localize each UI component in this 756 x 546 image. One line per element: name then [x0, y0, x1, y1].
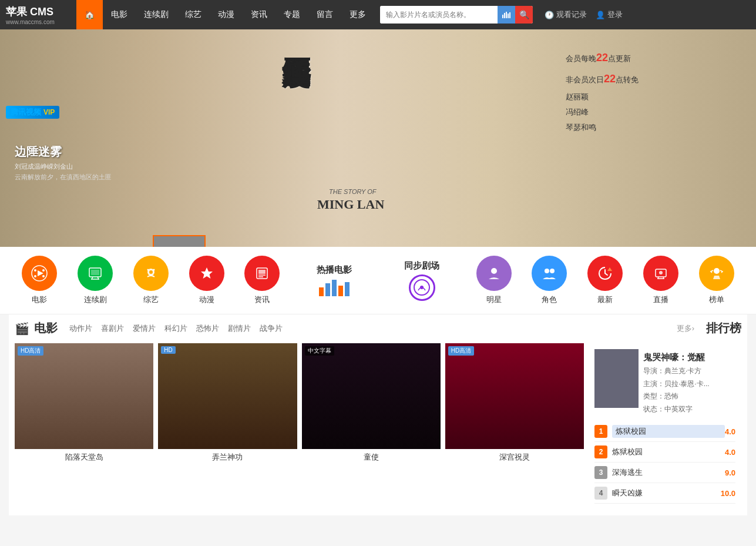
- svg-point-17: [149, 270, 153, 274]
- rank-item-4[interactable]: 4 瞬天凶嫌 10.0: [594, 483, 735, 504]
- section-header: 🎬 电影 动作片 喜剧片 爱情片 科幻片 恐怖片 剧情片 战争片 更多 › 排行…: [15, 320, 741, 336]
- search-button[interactable]: 🔍: [515, 6, 533, 24]
- svg-point-9: [42, 269, 45, 272]
- rank-num-1: 1: [594, 425, 607, 438]
- svg-point-19: [153, 269, 154, 271]
- nav-news[interactable]: 资讯: [243, 0, 275, 29]
- top-movie-info: 鬼哭神嚎：觉醒 导演：典兰克·卡方 主演：贝拉·泰恩·卡... 类型：恐怖 状态…: [643, 349, 710, 416]
- banner-actors-note: 琴瑟和鸣: [566, 120, 639, 135]
- svg-marker-20: [201, 267, 213, 279]
- nav-more[interactable]: 更多: [341, 0, 374, 29]
- tab-horror[interactable]: 恐怖片: [196, 323, 219, 334]
- watch-history-label: 观看记录: [556, 9, 587, 20]
- svg-rect-4: [509, 12, 510, 18]
- clock-icon: 🕐: [545, 11, 554, 19]
- banner-vip-badge: 腾讯视频 VIP: [6, 106, 59, 119]
- news-label: 资讯: [254, 294, 270, 305]
- vip-label: VIP: [43, 108, 55, 116]
- movie-name-1: 陷落天堂岛: [15, 452, 153, 463]
- rank-num-4: 4: [594, 487, 607, 500]
- sync-theater-section[interactable]: 同步剧场: [387, 260, 458, 301]
- icon-series[interactable]: 连续剧: [68, 256, 123, 305]
- nav-home[interactable]: 🏠: [76, 0, 103, 29]
- banner-actor1: 赵丽颖: [566, 89, 639, 105]
- main-content: 🎬 电影 动作片 喜剧片 爱情片 科幻片 恐怖片 剧情片 战争片 更多 › 排行…: [0, 314, 756, 524]
- svg-point-28: [545, 269, 549, 273]
- nav-special[interactable]: 专题: [275, 0, 308, 29]
- svg-point-18: [147, 269, 149, 271]
- svg-rect-1: [504, 13, 505, 18]
- tab-war[interactable]: 战争片: [260, 323, 283, 334]
- rank-item-2[interactable]: 2 炼狱校园 4.0: [594, 442, 735, 463]
- icon-anime[interactable]: 动漫: [179, 256, 234, 305]
- header-right: 🕐 观看记录 👤 登录: [545, 9, 623, 20]
- svg-point-35: [659, 271, 663, 274]
- tab-action[interactable]: 动作片: [69, 323, 92, 334]
- top-ranked-movie: 鬼哭神嚎：觉醒 导演：典兰克·卡方 主演：贝拉·泰恩·卡... 类型：恐怖 状态…: [594, 349, 735, 416]
- rank-name-2: 炼狱校园: [612, 447, 725, 457]
- nav-anime[interactable]: 动漫: [210, 0, 243, 29]
- svg-rect-15: [91, 270, 99, 275]
- nav-movies[interactable]: 电影: [103, 0, 136, 29]
- variety-icon-circle: [133, 256, 169, 291]
- more-button[interactable]: 更多 ›: [677, 323, 694, 334]
- svg-point-26: [420, 286, 424, 289]
- movie-card-4[interactable]: HD高清 深宫祝灵: [445, 343, 584, 463]
- variety-label: 综艺: [143, 294, 159, 305]
- rank-item-1[interactable]: 1 炼狱校园 4.0: [594, 421, 735, 442]
- movie-card-2[interactable]: HD 弄兰神功: [158, 343, 297, 463]
- more-label: 更多: [677, 323, 692, 334]
- series-icon-circle: [78, 256, 113, 291]
- icon-live[interactable]: 直播: [633, 256, 689, 305]
- nav-variety[interactable]: 综艺: [177, 0, 210, 29]
- hot-movies-chart: [319, 279, 350, 296]
- movie-card-3[interactable]: 中文字幕 童使: [302, 343, 441, 463]
- icon-news[interactable]: 资讯: [234, 256, 290, 305]
- tab-scifi[interactable]: 科幻片: [164, 323, 187, 334]
- svg-point-36: [714, 268, 720, 274]
- hot-movies-section[interactable]: 热播电影: [299, 264, 369, 296]
- rank-list: 1 炼狱校园 4.0 2 炼狱校园 4.0 3 深海逃生 9.0: [594, 421, 735, 504]
- movie-card-1[interactable]: HD高清 陷落天堂岛: [15, 343, 153, 463]
- top-movie-status: 状态：中英双字: [643, 403, 710, 416]
- svg-point-10: [42, 275, 45, 277]
- nav-series[interactable]: 连续剧: [136, 0, 177, 29]
- search-area: 🔍: [380, 6, 533, 24]
- section-title: 电影: [34, 320, 58, 336]
- tab-comedy[interactable]: 喜剧片: [101, 323, 124, 334]
- icon-roles[interactable]: 角色: [522, 256, 577, 305]
- icon-rankings[interactable]: 榜单: [688, 256, 744, 305]
- chart-icon[interactable]: [498, 6, 515, 24]
- movie-name-4: 深宫祝灵: [445, 452, 584, 463]
- rank-item-3[interactable]: 3 深海逃生 9.0: [594, 463, 735, 483]
- top-movie-thumb: [594, 349, 639, 408]
- rankings-icon-circle: [699, 256, 734, 291]
- roles-icon-circle: [532, 256, 567, 291]
- tab-romance[interactable]: 爱情片: [133, 323, 156, 334]
- icon-stars[interactable]: 明星: [466, 256, 522, 305]
- tab-drama[interactable]: 剧情片: [228, 323, 251, 334]
- login-button[interactable]: 👤 登录: [596, 9, 623, 20]
- section-movie-icon: 🎬: [15, 321, 29, 336]
- banner-actor2: 冯绍峰: [566, 105, 639, 120]
- search-input[interactable]: [380, 6, 498, 24]
- rank-num-2: 2: [594, 445, 607, 458]
- svg-rect-3: [508, 14, 509, 18]
- roles-label: 角色: [542, 294, 557, 305]
- icon-latest[interactable]: 最新: [577, 256, 633, 305]
- banner-center-text: 知否知否应是绿肥红瘦: [282, 35, 310, 212]
- svg-rect-2: [506, 12, 507, 18]
- nav-messages[interactable]: 留言: [308, 0, 341, 29]
- logo-title: 苹果 CMS: [6, 5, 76, 19]
- icon-variety[interactable]: 综艺: [123, 256, 179, 305]
- icon-movies[interactable]: 电影: [12, 256, 68, 305]
- svg-point-29: [550, 269, 555, 273]
- banner-show-desc: 云南解放前夕，在滇西地区的土匪: [15, 173, 112, 182]
- movie-badge-2: HD: [161, 346, 175, 354]
- watch-history[interactable]: 🕐 观看记录: [545, 9, 587, 20]
- rank-name-1: 炼狱校园: [612, 425, 725, 438]
- svg-point-7: [34, 269, 36, 272]
- banner-thumbnail[interactable]: 边陲迷雾: [153, 235, 206, 247]
- latest-icon-circle: [587, 256, 623, 291]
- top-movie-cast: 主演：贝拉·泰恩·卡...: [643, 378, 710, 391]
